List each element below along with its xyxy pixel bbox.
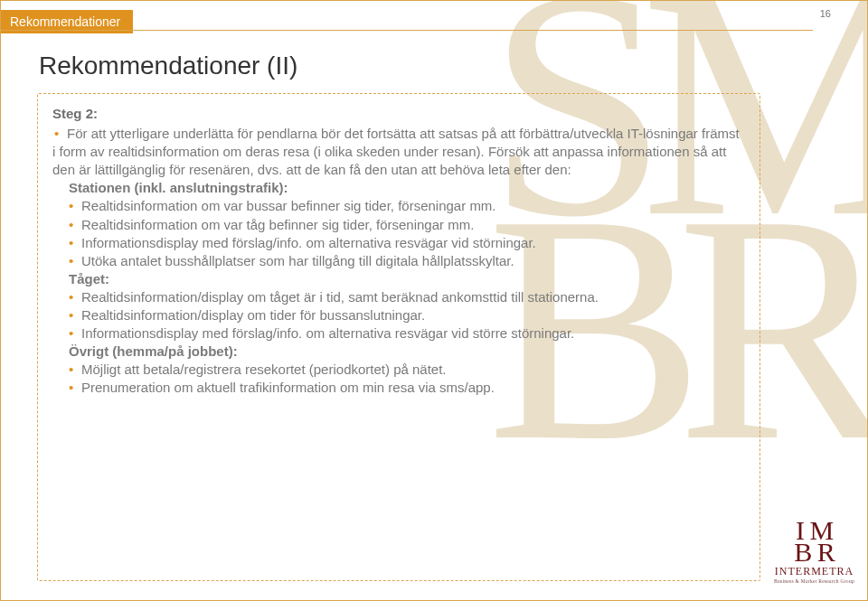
company-logo: I M B R INTERMETRA Business & Market Res… <box>774 520 854 584</box>
intro-bullet: För att ytterligare underlätta för pendl… <box>52 125 745 179</box>
content-list: För att ytterligare underlätta för pendl… <box>52 125 745 397</box>
slide-frame: SMBR Rekommendationer 16 Rekommendatione… <box>0 0 868 601</box>
content-box: Steg 2: För att ytterligare underlätta f… <box>37 93 760 581</box>
logo-mark: I M B R <box>774 520 854 563</box>
list-item: Realtidsinformation/display om tider för… <box>52 306 745 324</box>
intro-text: För att ytterligare underlätta för pendl… <box>52 126 740 177</box>
station-heading: Stationen (inkl. anslutningstrafik): <box>52 179 745 197</box>
list-item: Prenumeration om aktuell trafikinformati… <box>52 379 745 397</box>
list-item: Realtidsinformation om var bussar befinn… <box>52 197 745 215</box>
list-item: Realtidsinformation om var tåg befinner … <box>52 216 745 234</box>
list-item: Utöka antalet busshållplatser som har ti… <box>52 252 745 270</box>
step-heading: Steg 2: <box>52 105 745 123</box>
list-item: Informationsdisplay med förslag/info. om… <box>52 234 745 252</box>
page-number: 16 <box>820 8 831 19</box>
other-heading: Övrigt (hemma/på jobbet): <box>52 343 745 361</box>
list-item: Informationsdisplay med förslag/info. om… <box>52 324 745 343</box>
tab-underline <box>1 30 813 31</box>
list-item: Möjligt att betala/registrera resekortet… <box>52 361 745 379</box>
page-title: Rekommendationer (II) <box>39 52 297 80</box>
train-heading: Tåget: <box>52 270 745 288</box>
list-item: Realtidsinformation/display om tåget är … <box>52 288 745 306</box>
logo-tagline: Business & Market Research Group <box>774 578 854 584</box>
logo-name: INTERMETRA <box>774 565 854 578</box>
